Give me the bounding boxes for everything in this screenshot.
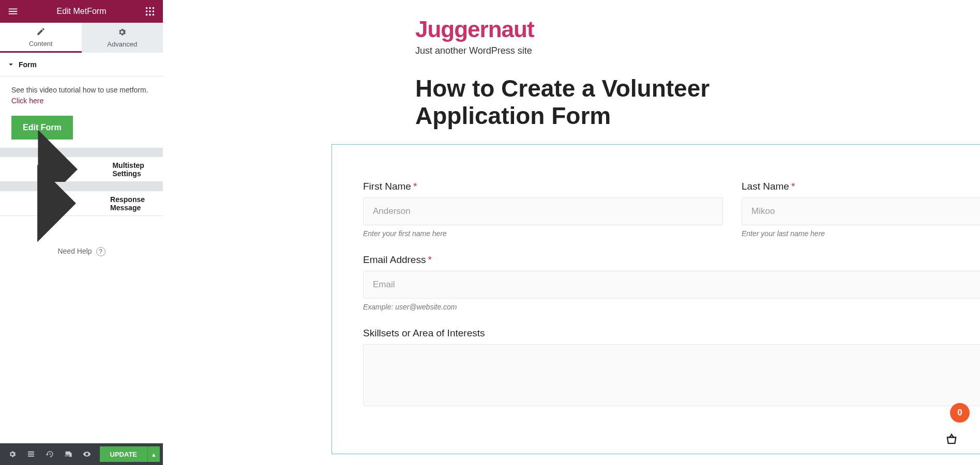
email-input[interactable] — [363, 271, 980, 299]
hamburger-icon[interactable] — [7, 6, 19, 17]
pencil-icon — [36, 27, 46, 38]
sidebar-topbar: Edit MetForm — [0, 0, 163, 23]
last-name-label: Last Name* — [742, 181, 980, 192]
sidebar-tabs: Content Advanced — [0, 23, 163, 53]
field-first-name: First Name* Enter your first name here — [363, 181, 723, 238]
sidebar-title: Edit MetForm — [56, 7, 106, 16]
svg-point-8 — [153, 14, 155, 16]
update-group: UPDATE ▴ — [100, 446, 160, 462]
history-icon[interactable] — [40, 445, 59, 463]
form-row-name: First Name* Enter your first name here L… — [363, 181, 980, 238]
caret-down-icon — [8, 62, 13, 67]
need-help[interactable]: Need Help ? — [0, 247, 163, 256]
gear-icon — [117, 27, 127, 38]
basket-icon — [938, 426, 965, 453]
form-preview[interactable]: First Name* Enter your first name here L… — [331, 144, 980, 454]
svg-point-6 — [146, 14, 148, 16]
email-help: Example: user@website.com — [363, 303, 980, 311]
skillsets-textarea[interactable] — [363, 344, 980, 406]
last-name-input[interactable] — [742, 197, 980, 225]
field-email: Email Address* Example: user@website.com — [363, 254, 980, 311]
svg-point-2 — [153, 7, 155, 9]
navigator-icon[interactable] — [22, 445, 40, 463]
need-help-label: Need Help — [57, 247, 92, 255]
site-tagline: Just another WordPress site — [415, 45, 980, 56]
responsive-icon[interactable] — [59, 445, 78, 463]
last-name-help: Enter your last name here — [742, 229, 980, 238]
tab-content[interactable]: Content — [0, 23, 82, 53]
update-options-button[interactable]: ▴ — [147, 446, 160, 462]
first-name-help: Enter your first name here — [363, 229, 723, 238]
update-button[interactable]: UPDATE — [100, 446, 147, 462]
apps-grid-icon[interactable] — [144, 6, 156, 17]
site-title: Juggernaut — [415, 17, 980, 42]
section-response-header[interactable]: Response Message — [0, 191, 163, 216]
email-label: Email Address* — [363, 254, 980, 266]
tutorial-link[interactable]: Click here — [11, 97, 43, 105]
tutorial-text: See this video tutorial how to use metfo… — [11, 85, 152, 106]
last-name-label-text: Last Name — [742, 181, 789, 192]
cart-count-badge: 0 — [950, 403, 970, 423]
section-multistep-title: Multistep Settings — [112, 161, 155, 178]
preview-canvas: Juggernaut Just another WordPress site H… — [163, 0, 980, 465]
svg-point-3 — [146, 10, 148, 12]
svg-point-1 — [149, 7, 151, 9]
sidebar-footer: UPDATE ▴ — [0, 443, 163, 465]
preview-icon[interactable] — [78, 445, 96, 463]
first-name-label-text: First Name — [363, 181, 411, 192]
svg-point-0 — [146, 7, 148, 9]
required-asterisk: * — [791, 181, 795, 192]
field-skillsets: Skillsets or Area of Interests — [363, 328, 980, 408]
caret-right-icon — [8, 155, 105, 252]
question-icon: ? — [96, 247, 105, 256]
svg-point-7 — [149, 14, 151, 16]
required-asterisk: * — [428, 254, 431, 265]
required-asterisk: * — [413, 181, 417, 192]
email-label-text: Email Address — [363, 254, 426, 265]
section-response-title: Response Message — [110, 195, 155, 212]
skillsets-label: Skillsets or Area of Interests — [363, 328, 980, 339]
section-form-header[interactable]: Form — [0, 53, 163, 76]
tab-advanced[interactable]: Advanced — [82, 23, 163, 53]
tab-content-label: Content — [29, 40, 53, 48]
settings-icon[interactable] — [3, 445, 22, 463]
first-name-input[interactable] — [363, 197, 723, 225]
editor-sidebar: Edit MetForm Content Advanced Form See t… — [0, 0, 163, 465]
cart-widget[interactable]: 0 — [933, 403, 970, 453]
section-form-title: Form — [19, 60, 37, 69]
post-title: How to Create a Volunteer Application Fo… — [415, 75, 829, 130]
first-name-label: First Name* — [363, 181, 723, 192]
svg-point-5 — [153, 10, 155, 12]
tutorial-prefix: See this video tutorial how to use metfo… — [11, 86, 148, 94]
tab-advanced-label: Advanced — [107, 40, 137, 48]
page-header: Juggernaut Just another WordPress site H… — [163, 0, 980, 130]
svg-point-4 — [149, 10, 151, 12]
field-last-name: Last Name* Enter your last name here — [742, 181, 980, 238]
